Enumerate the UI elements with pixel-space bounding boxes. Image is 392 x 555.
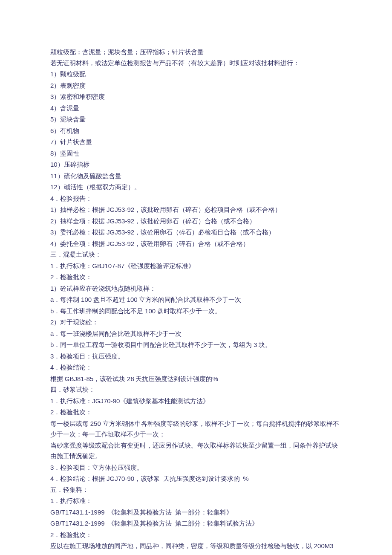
text-line: 2）表观密度 [50, 80, 342, 92]
text-line: GB/T17431.1-1999 《轻集料及其检验方法 第一部分：轻集料》 [50, 507, 342, 518]
text-line: 4．检验结论：根据 JGJ70-90，该砂浆 天抗压强度达到设计要求的 % [50, 473, 342, 485]
text-line: 3．检验项目：抗压强度。 [50, 351, 342, 362]
text-line: 4．检验报告： [50, 193, 342, 205]
text-line: GB/T17431.2-1999 《轻集料及其检验方法 第二部分：轻集料试验方法… [50, 518, 342, 529]
text-line: 10）压碎指标 [50, 159, 342, 171]
text-line: 每一楼层或每 250 立方米砌体中各种强度等级的砂浆，取样不少于一次；每台搅拌机… [50, 418, 342, 440]
text-line: 1．执行标准：JGJ70-90《建筑砂浆基本性能测试方法》 [50, 396, 342, 407]
text-line: 4．检验结论： [50, 362, 342, 373]
text-line: 三．混凝土试块： [50, 249, 342, 260]
text-line: 根据 GBJ81-85，该砼试块 28 天抗压强度达到设计强度的% [50, 373, 342, 385]
text-line: 当砂浆强度等级或配合比有变更时，还应另作试块。每次取样标养试块至少留置一组，同条… [50, 440, 342, 462]
text-line: 五．轻集料： [50, 485, 342, 496]
text-line: 3．检验项目：立方体拉压强度。 [50, 462, 342, 474]
text-line: b．同一单位工程每一验收项目中同配合比砼其取样不少于一次，每组为 3 块。 [50, 339, 342, 351]
text-line: 1）颗粒级配 [50, 69, 342, 80]
text-line: 应以在施工现场堆放的同产地，同品种，同种类，密度，等级和质量等级分批检验与验收，… [50, 541, 342, 552]
text-line: 四．砂浆试块： [50, 384, 342, 396]
text-line: 1．执行标准： [50, 495, 342, 507]
text-line: 3）委托必检：根据 JGJ53-92，该砼用卵石（碎石）必检项目合格（或不合格） [50, 227, 342, 238]
text-line: 1）抽样必检：根据 JGJ53-92，该批砼用卵石（碎石）必检项目合格（或不合格… [50, 204, 342, 216]
text-line: 2．检验批次： [50, 272, 342, 283]
text-line: 2．检验批次： [50, 407, 342, 418]
text-line: 7）针片状含量 [50, 136, 342, 148]
text-line: 若无证明材料，或法定单位检测报告与产品不符（有较大差异）时则应对该批材料进行： [50, 58, 342, 69]
text-line: 6）有机物 [50, 125, 342, 137]
text-line: 2．检验批次： [50, 529, 342, 541]
text-line: 1）砼试样应在砼浇筑地点随机取样： [50, 283, 342, 295]
text-line: 8）坚固性 [50, 148, 342, 159]
text-line: 11）硫化物及硫酸盐含量 [50, 171, 342, 182]
text-line: 4）委托全项：根据 JGJ53-92，该砼用卵石（碎石）合格（或不合格） [50, 238, 342, 250]
text-line: 3）紧密和堆积密度 [50, 91, 342, 103]
text-line: 5）泥块含量 [50, 114, 342, 125]
text-line: b．每工作班拌制的同配合比不足 100 盘时取样不少于一次。 [50, 306, 342, 317]
text-line: a．每拌制 100 盘且不超过 100 立方米的同配合比其取样不少于一次 [50, 294, 342, 306]
text-line: 4）含泥量 [50, 103, 342, 114]
document-page: 颗粒级配；含泥量；泥块含量；压碎指标；针片状含量 若无证明材料，或法定单位检测报… [0, 0, 392, 555]
text-line: 2）对于现浇砼： [50, 317, 342, 328]
text-line: 颗粒级配；含泥量；泥块含量；压碎指标；针片状含量 [50, 47, 342, 58]
text-line: a．每一班浇楼层同配合比砼其取样不少于一次 [50, 328, 342, 340]
text-line: 2）抽样全项：根据 JGJ53-92，该批砼用卵石（碎石）合格（或不合格） [50, 216, 342, 227]
text-line: 12）碱活性（根据双方商定）。 [50, 182, 342, 193]
text-line: 1．执行标准：GBJ107-87《砼强度检验评定标准》 [50, 260, 342, 272]
